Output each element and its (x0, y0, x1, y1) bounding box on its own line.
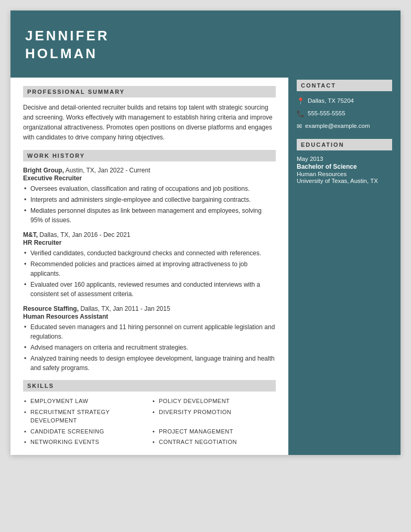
professional-summary-title: PROFESSIONAL SUMMARY (23, 86, 276, 97)
contact-phone: 📞 555-555-5555 (297, 109, 392, 118)
bullet-2-1: Verified candidates, conducted backgroun… (23, 248, 276, 258)
right-header-spacer (288, 10, 401, 71)
company-detail-1: Austin, TX, Jan 2022 - Current (66, 167, 150, 174)
bullet-3-2: Advised managers on criteria and recruit… (23, 343, 276, 352)
bullet-2-2: Recommended policies and practices aimed… (23, 259, 276, 278)
skill-6: PROJECT MANAGEMENT (152, 427, 276, 436)
bullet-3-1: Educated seven managers and 11 hiring pe… (23, 322, 276, 341)
work-entry-1: Bright Group, Austin, TX, Jan 2022 - Cur… (23, 167, 276, 225)
skill-5: CANDIDATE SCREENING (23, 427, 147, 436)
company-name-1: Bright Group, (23, 167, 64, 174)
first-name: JENNIFER (25, 28, 110, 44)
left-body: PROFESSIONAL SUMMARY Decisive and detail… (10, 78, 288, 455)
summary-text: Decisive and detail-oriented recruiter b… (23, 103, 276, 143)
skill-1: EMPLOYMENT LAW (23, 397, 147, 406)
work-title-3: Human Resources Assistant (23, 313, 276, 320)
contact-location: 📍 Dallas, TX 75204 (297, 96, 392, 106)
email-icon: ✉ (297, 122, 302, 131)
location-icon: 📍 (297, 97, 305, 106)
bullet-3-3: Analyzed training needs to design employ… (23, 354, 276, 373)
right-body: CONTACT 📍 Dallas, TX 75204 📞 555-555-555… (288, 71, 401, 455)
bullet-1-1: Oversees evaluation, classification and … (23, 184, 276, 193)
contact-email-text: example@example.com (305, 122, 370, 130)
work-history-title: WORK HISTORY (23, 150, 276, 161)
work-company-1: Bright Group, Austin, TX, Jan 2022 - Cur… (23, 167, 276, 174)
bullet-1-3: Mediates personnel disputes as link betw… (23, 206, 276, 225)
work-title-1: Executive Recruiter (23, 175, 276, 182)
work-bullets-3: Educated seven managers and 11 hiring pe… (23, 322, 276, 373)
work-bullets-2: Verified candidates, conducted backgroun… (23, 248, 276, 299)
last-name: HOLMAN (25, 46, 98, 61)
phone-icon: 📞 (297, 110, 305, 118)
bullet-1-2: Interprets and administers single-employ… (23, 195, 276, 204)
edu-school: University of Texas, Austin, TX (297, 178, 392, 184)
right-column: CONTACT 📍 Dallas, TX 75204 📞 555-555-555… (288, 10, 401, 455)
resume-header: JENNIFER HOLMAN (10, 10, 288, 78)
education-section-title: EDUCATION (297, 139, 392, 150)
company-name-2: M&T, (23, 231, 38, 238)
contact-phone-text: 555-555-5555 (308, 109, 345, 117)
work-title-2: HR Recruiter (23, 239, 276, 246)
work-bullets-1: Oversees evaluation, classification and … (23, 184, 276, 225)
work-entry-2: M&T, Dallas, TX, Jan 2016 - Dec 2021 HR … (23, 231, 276, 299)
edu-field: Human Resources (297, 171, 392, 177)
contact-section-title: CONTACT (297, 80, 392, 91)
skill-3: RECRUITMENT STRATEGY DEVELOPMENT (23, 408, 147, 425)
work-entry-3: Resource Staffing, Dallas, TX, Jan 2011 … (23, 305, 276, 373)
resume-document: JENNIFER HOLMAN PROFESSIONAL SUMMARY Dec… (10, 10, 401, 455)
edu-date: May 2013 (297, 156, 392, 162)
candidate-name: JENNIFER HOLMAN (25, 27, 274, 63)
skills-grid: EMPLOYMENT LAW POLICY DEVELOPMENT RECRUI… (23, 397, 276, 447)
skills-title: SKILLS (23, 380, 276, 392)
edu-degree: Bachelor of Science (297, 163, 392, 170)
skill-8: CONTRACT NEGOTIATION (152, 438, 276, 447)
contact-email: ✉ example@example.com (297, 122, 392, 131)
company-detail-3: Dallas, TX, Jan 2011 - Jan 2015 (80, 305, 170, 312)
skill-4: DIVERSITY PROMOTION (152, 408, 276, 425)
company-name-3: Resource Staffing, (23, 305, 79, 312)
contact-location-text: Dallas, TX 75204 (308, 96, 354, 105)
bullet-2-3: Evaluated over 160 applicants, reviewed … (23, 280, 276, 299)
work-company-3: Resource Staffing, Dallas, TX, Jan 2011 … (23, 305, 276, 312)
company-detail-2: Dallas, TX, Jan 2016 - Dec 2021 (39, 231, 130, 238)
skill-2: POLICY DEVELOPMENT (152, 397, 276, 406)
left-column: JENNIFER HOLMAN PROFESSIONAL SUMMARY Dec… (10, 10, 288, 455)
work-company-2: M&T, Dallas, TX, Jan 2016 - Dec 2021 (23, 231, 276, 238)
skill-7: NETWORKING EVENTS (23, 438, 147, 447)
